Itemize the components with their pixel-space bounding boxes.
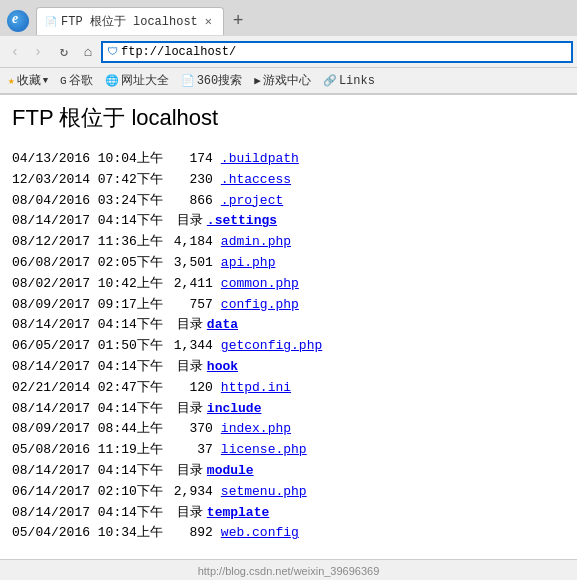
file-date: 06/05/2017 01:50下午	[12, 336, 163, 357]
game-icon: ▶	[254, 74, 261, 87]
file-size: 757	[163, 295, 213, 316]
file-row: 08/04/2016 03:24下午866.project	[12, 191, 565, 212]
file-date: 08/14/2017 04:14下午	[12, 399, 163, 420]
chevron-down-icon: ▼	[43, 76, 48, 86]
file-date: 08/14/2017 04:14下午	[12, 461, 163, 482]
file-name[interactable]: module	[207, 461, 254, 482]
file-date: 08/09/2017 09:17上午	[12, 295, 163, 316]
bookmark-site-nav[interactable]: 🌐 网址大全	[101, 71, 173, 90]
bookmark-label: 360搜索	[197, 72, 243, 89]
file-name[interactable]: template	[207, 503, 269, 524]
file-date: 06/14/2017 02:10下午	[12, 482, 163, 503]
file-name[interactable]: license.php	[221, 440, 307, 461]
file-type: 目录	[163, 315, 203, 336]
ie-icon	[7, 10, 29, 32]
file-name[interactable]: admin.php	[221, 232, 291, 253]
file-name[interactable]: .project	[221, 191, 283, 212]
file-row: 05/08/2016 11:19上午37license.php	[12, 440, 565, 461]
tab-bar: 📄 FTP 根位于 localhost ✕ +	[0, 0, 577, 36]
bookmarks-bar: ★ 收藏 ▼ G 谷歌 🌐 网址大全 📄 360搜索 ▶ 游戏中心 🔗 Link…	[0, 68, 577, 94]
file-row: 06/14/2017 02:10下午2,934setmenu.php	[12, 482, 565, 503]
file-name[interactable]: .buildpath	[221, 149, 299, 170]
file-name[interactable]: common.php	[221, 274, 299, 295]
file-size: 866	[163, 191, 213, 212]
links-icon: 🔗	[323, 74, 337, 87]
star-icon: ★	[8, 74, 15, 87]
file-name[interactable]: data	[207, 315, 238, 336]
file-name[interactable]: web.config	[221, 523, 299, 544]
file-name[interactable]: index.php	[221, 419, 291, 440]
file-row: 08/14/2017 04:14下午目录module	[12, 461, 565, 482]
new-tab-button[interactable]: +	[224, 7, 252, 35]
file-row: 06/05/2017 01:50下午1,344getconfig.php	[12, 336, 565, 357]
file-type: 目录	[163, 503, 203, 524]
bookmark-label: 谷歌	[69, 72, 93, 89]
file-date: 08/02/2017 10:42上午	[12, 274, 163, 295]
file-row: 04/13/2016 10:04上午174.buildpath	[12, 149, 565, 170]
tab-close-button[interactable]: ✕	[202, 13, 215, 30]
file-type: 目录	[163, 461, 203, 482]
file-row: 08/14/2017 04:14下午目录data	[12, 315, 565, 336]
bookmark-label: Links	[339, 74, 375, 88]
file-name[interactable]: api.php	[221, 253, 276, 274]
page-content: FTP 根位于 localhost 04/13/2016 10:04上午174.…	[0, 95, 577, 559]
file-row: 08/14/2017 04:14下午目录include	[12, 399, 565, 420]
file-date: 05/08/2016 11:19上午	[12, 440, 163, 461]
file-date: 08/14/2017 04:14下午	[12, 503, 163, 524]
file-name[interactable]: httpd.ini	[221, 378, 291, 399]
file-date: 08/04/2016 03:24下午	[12, 191, 163, 212]
file-date: 06/08/2017 02:05下午	[12, 253, 163, 274]
file-row: 02/21/2014 02:47下午120httpd.ini	[12, 378, 565, 399]
file-row: 08/12/2017 11:36上午4,184admin.php	[12, 232, 565, 253]
active-tab[interactable]: 📄 FTP 根位于 localhost ✕	[36, 7, 224, 35]
home-button[interactable]: ⌂	[77, 41, 99, 63]
file-size: 2,934	[163, 482, 213, 503]
file-size: 2,411	[163, 274, 213, 295]
bookmark-360[interactable]: 📄 360搜索	[177, 71, 247, 90]
address-bar[interactable]: 🛡 ftp://localhost/	[101, 41, 573, 63]
security-shield-icon: 🛡	[107, 45, 118, 58]
file-row: 08/09/2017 09:17上午757config.php	[12, 295, 565, 316]
file-date: 08/14/2017 04:14下午	[12, 211, 163, 232]
file-name[interactable]: getconfig.php	[221, 336, 322, 357]
tab-title: FTP 根位于 localhost	[61, 13, 198, 30]
file-name[interactable]: setmenu.php	[221, 482, 307, 503]
file-list: 04/13/2016 10:04上午174.buildpath12/03/201…	[12, 149, 565, 544]
bookmark-label: 游戏中心	[263, 72, 311, 89]
doc-icon: 📄	[181, 74, 195, 87]
file-date: 04/13/2016 10:04上午	[12, 149, 163, 170]
file-type: 目录	[163, 211, 203, 232]
bookmark-games[interactable]: ▶ 游戏中心	[250, 71, 315, 90]
bookmark-links[interactable]: 🔗 Links	[319, 73, 379, 89]
file-date: 05/04/2016 10:34上午	[12, 523, 163, 544]
refresh-button[interactable]: ↻	[53, 41, 75, 63]
file-name[interactable]: .htaccess	[221, 170, 291, 191]
browser-logo	[0, 6, 36, 36]
file-name[interactable]: include	[207, 399, 262, 420]
file-name[interactable]: hook	[207, 357, 238, 378]
nav-bar: ‹ › ↻ ⌂ 🛡 ftp://localhost/	[0, 36, 577, 68]
file-name[interactable]: .settings	[207, 211, 277, 232]
file-size: 174	[163, 149, 213, 170]
file-size: 37	[163, 440, 213, 461]
page-title: FTP 根位于 localhost	[12, 103, 565, 133]
back-button[interactable]: ‹	[4, 41, 26, 63]
bookmark-label: 收藏	[17, 72, 41, 89]
bookmark-label: 网址大全	[121, 72, 169, 89]
google-icon: G	[60, 75, 67, 87]
file-date: 08/09/2017 08:44上午	[12, 419, 163, 440]
file-size: 1,344	[163, 336, 213, 357]
file-size: 892	[163, 523, 213, 544]
tab-favicon: 📄	[45, 16, 57, 28]
forward-button[interactable]: ›	[27, 41, 49, 63]
address-text: ftp://localhost/	[121, 45, 567, 59]
file-date: 08/14/2017 04:14下午	[12, 357, 163, 378]
file-size: 4,184	[163, 232, 213, 253]
file-name[interactable]: config.php	[221, 295, 299, 316]
file-type: 目录	[163, 357, 203, 378]
bookmark-favorites[interactable]: ★ 收藏 ▼	[4, 71, 52, 90]
bookmark-google[interactable]: G 谷歌	[56, 71, 97, 90]
file-date: 08/12/2017 11:36上午	[12, 232, 163, 253]
status-bar: http://blog.csdn.net/weixin_39696369	[0, 559, 577, 580]
file-row: 05/04/2016 10:34上午892web.config	[12, 523, 565, 544]
